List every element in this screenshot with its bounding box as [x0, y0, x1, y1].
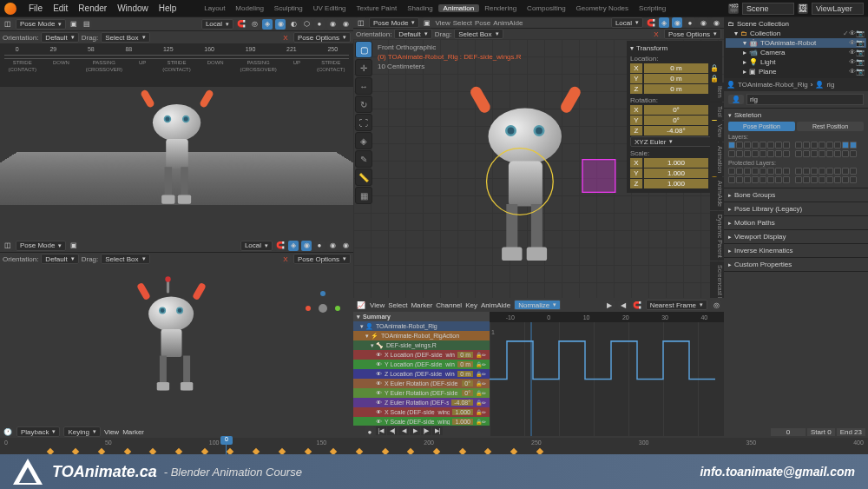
property-section[interactable]: Viewport Display	[724, 230, 868, 244]
rotation-mode-dropdown[interactable]: XYZ Euler	[630, 136, 719, 147]
tl-playback-menu[interactable]: Playback	[16, 426, 60, 437]
tool-measure[interactable]: 📏	[355, 169, 372, 186]
end-frame-input[interactable]: End 23	[837, 428, 865, 436]
pose-options-dropdown[interactable]: Pose Options	[293, 254, 351, 264]
n-panel-tab[interactable]: Tool	[710, 102, 724, 121]
rotation-x[interactable]: 0°	[644, 105, 708, 115]
shading-solid-icon[interactable]: ●	[314, 241, 325, 251]
mode-dropdown[interactable]: Pose Mode	[16, 241, 66, 251]
menu-help[interactable]: Help	[154, 3, 182, 13]
ge-menu-marker[interactable]: Marker	[411, 301, 432, 309]
shading-solid-icon[interactable]: ●	[685, 17, 695, 28]
editor-type-icon[interactable]: ◫	[3, 241, 13, 251]
lock-icon[interactable]: 🔒	[710, 64, 719, 72]
scale-y[interactable]: 1.000	[644, 169, 708, 178]
start-frame-input[interactable]: Start 0	[807, 428, 835, 436]
graph-channel-row[interactable]: 👁Z Location (DEF-side_wings0 m🔒✏	[353, 369, 490, 379]
graph-channel-row[interactable]: 👁X Location (DEF-side_wings0 m🔒✏	[353, 350, 490, 360]
outliner-item[interactable]: ▸▣Plane 👁📷	[726, 67, 866, 76]
tool-extrude[interactable]: ▦	[355, 187, 372, 204]
property-section[interactable]: Motion Paths	[724, 216, 868, 230]
visibility-icons[interactable]: 👁📷	[849, 39, 865, 47]
visibility-icons[interactable]: 👁📷	[849, 49, 865, 56]
blender-logo-icon[interactable]	[4, 3, 16, 15]
select-mode-icon[interactable]: ▣	[422, 17, 432, 28]
scale-z[interactable]: 1.000	[644, 179, 708, 188]
ge-menu-select[interactable]: Select	[388, 301, 407, 309]
snap-icon[interactable]: 🧲	[632, 300, 642, 310]
visibility-icons[interactable]: ✓👁📷	[843, 30, 865, 37]
transform-header[interactable]: Transform	[630, 44, 719, 52]
outliner-item[interactable]: ▸📹Camera 👁📷	[726, 48, 866, 57]
property-section[interactable]: Inverse Kinematics	[724, 244, 868, 258]
property-section[interactable]: Bone Groups	[724, 188, 868, 202]
visibility-icons[interactable]: 👁📷	[849, 58, 865, 66]
tab-modeling[interactable]: Modeling	[230, 4, 268, 12]
outliner-item[interactable]: ▾🤖TOAnimate-Robot 👁📷	[726, 38, 866, 48]
gizmo-icon[interactable]: ◈	[262, 19, 273, 30]
tab-geometry-nodes[interactable]: Geometry Nodes	[571, 4, 634, 12]
editor-type-icon[interactable]: ◫	[3, 19, 13, 30]
drag-dropdown[interactable]: Select Box	[454, 29, 503, 39]
ge-icon[interactable]: ▶	[604, 300, 615, 310]
viewport-main[interactable]: ▢ ✛ ↔ ↻ ⛶ ◈ ✎ 📏 ▦ Front Orthographic (0)…	[353, 39, 724, 298]
n-panel-tab[interactable]: AnimAide	[710, 177, 724, 210]
gizmo-center[interactable]	[319, 304, 327, 313]
gizmo-x-axis[interactable]	[306, 306, 311, 311]
gizmo-z-axis[interactable]	[320, 291, 326, 296]
mode-dropdown[interactable]: Pose Mode	[369, 17, 419, 28]
tool-annotate[interactable]: ✎	[355, 150, 372, 168]
viewlayer-icon[interactable]: 🖼	[798, 3, 808, 14]
shading-render-icon[interactable]: ◉	[340, 241, 351, 251]
jump-start-button[interactable]: |◀	[376, 426, 386, 435]
scene-name-input[interactable]	[742, 3, 794, 15]
tool-cursor[interactable]: ✛	[355, 59, 372, 76]
tab-compositing[interactable]: Compositing	[522, 4, 570, 12]
shading-mat-icon[interactable]: ◉	[327, 19, 338, 30]
orient-local[interactable]: Local	[611, 17, 643, 28]
editor-type-icon[interactable]: 🕐	[3, 426, 13, 437]
play-button[interactable]: ▶	[410, 426, 420, 435]
tab-uv-editing[interactable]: UV Editing	[308, 4, 352, 12]
tool-scale[interactable]: ⛶	[355, 114, 372, 131]
rotation-y[interactable]: 0°	[644, 116, 708, 125]
jump-end-button[interactable]: ▶|	[432, 426, 443, 435]
drag-dropdown[interactable]: Select Box	[101, 32, 149, 43]
menu-file[interactable]: File	[23, 3, 48, 13]
select-mode-icon[interactable]: ▣	[69, 241, 79, 251]
protected-layers[interactable]	[728, 168, 864, 175]
gizmo-icon[interactable]: ◈	[659, 17, 669, 28]
graph-curves-area[interactable]: -10 0 10 20 30 40 1	[490, 312, 724, 436]
selected-bone-widget[interactable]	[582, 159, 615, 193]
snap-icon[interactable]: 🧲	[236, 19, 247, 30]
skeleton-section-header[interactable]: Skeleton	[728, 111, 864, 119]
tab-shading[interactable]: Shading	[402, 4, 437, 12]
location-y[interactable]: 0 m	[644, 74, 708, 83]
orientation-dropdown[interactable]: Default	[41, 32, 78, 43]
x-icon[interactable]: X	[651, 29, 661, 39]
rig-name-input[interactable]	[746, 94, 864, 105]
location-x[interactable]: 0 m	[644, 63, 708, 73]
n-panel-tab[interactable]: View	[710, 121, 724, 141]
shading-render-icon[interactable]: ◉	[340, 19, 351, 30]
tab-animation[interactable]: Animation	[438, 4, 480, 12]
graph-channel-row[interactable]: 👁X Scale (DEF-side_wings.R)1.000🔒✏	[353, 407, 490, 417]
viewport-lower-left[interactable]	[0, 265, 353, 426]
scale-x[interactable]: 1.000	[644, 158, 708, 168]
menu-pose[interactable]: Pose	[475, 19, 490, 27]
ge-menu-view[interactable]: View	[370, 301, 385, 309]
tool-rotate[interactable]: ↻	[355, 96, 372, 113]
menu-window[interactable]: Window	[112, 3, 154, 13]
menu-edit[interactable]: Edit	[48, 3, 73, 13]
menu-animaide[interactable]: AnimAide	[493, 19, 523, 27]
normalize-button[interactable]: Normalize	[514, 300, 561, 310]
drag-dropdown[interactable]: Select Box	[101, 254, 149, 264]
proportional-icon[interactable]: ◎	[711, 300, 721, 310]
play-reverse-button[interactable]: ◀	[398, 426, 409, 435]
shading-wire-icon[interactable]: ⬡	[301, 19, 312, 30]
outliner-scene-collection[interactable]: 🗀Scene Collection	[726, 19, 866, 29]
editor-type-icon[interactable]: ◫	[356, 17, 366, 28]
shading-mat-icon[interactable]: ◉	[327, 241, 338, 251]
next-key-button[interactable]: |▶	[421, 426, 431, 435]
shading-render-icon[interactable]: ◉	[711, 17, 721, 28]
